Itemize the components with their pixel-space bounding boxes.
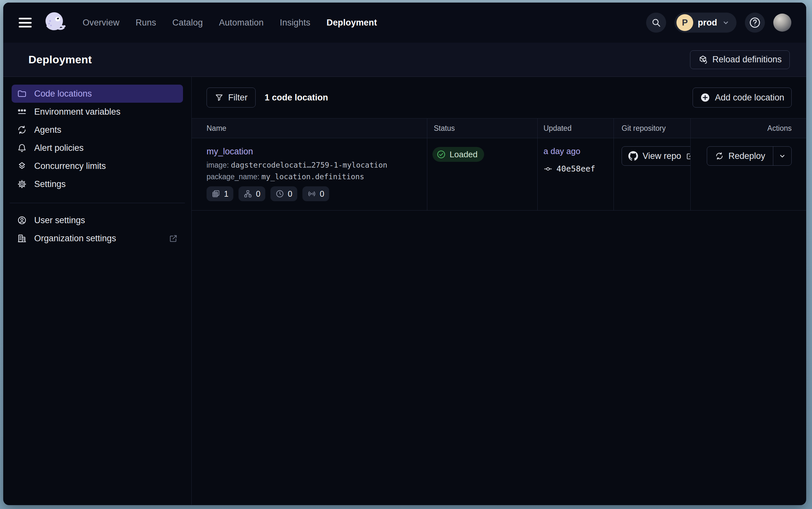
sidebar-item-environment-variables[interactable]: Environment variables [12, 103, 183, 121]
filter-button[interactable]: Filter [207, 88, 256, 107]
deployment-sidebar: Code locations Environment variables [3, 77, 192, 505]
commit-icon [544, 164, 553, 173]
updated-time-link[interactable]: a day ago [544, 146, 580, 156]
chevron-down-icon [722, 19, 730, 27]
search-button[interactable] [646, 12, 666, 33]
user-avatar[interactable] [773, 13, 791, 32]
github-icon [628, 151, 638, 161]
status-cell: Loaded [427, 138, 538, 210]
schedules-icon [275, 189, 284, 198]
table-row: my_location image: dagstercodelocati…275… [192, 138, 806, 211]
assets-icon [211, 189, 220, 198]
table-header-row: Name Status Updated Git repository Actio… [192, 118, 806, 138]
commit-hash: 40e58eef [556, 164, 595, 173]
image-line: image: dagstercodelocati…2759-1-mylocati… [207, 161, 427, 170]
view-repo-button[interactable]: View repo [622, 146, 690, 166]
nav-item-deployment[interactable]: Deployment [327, 18, 377, 28]
app-window: Overview Runs Catalog Automation Insight… [3, 3, 806, 505]
actions-cell: Redeploy [690, 138, 806, 210]
agents-icon [17, 125, 27, 135]
commit-line: 40e58eef [544, 164, 614, 173]
nav-item-runs[interactable]: Runs [136, 18, 156, 28]
deployment-initial-badge: P [676, 14, 693, 31]
help-button[interactable] [745, 12, 765, 33]
bell-icon [17, 143, 27, 153]
column-header-updated: Updated [538, 118, 614, 138]
hamburger-menu-icon[interactable] [19, 18, 32, 28]
package-line: package_name: my_location.definitions [207, 172, 427, 181]
image-label: image: [207, 161, 229, 169]
dagster-logo-icon[interactable] [43, 10, 67, 35]
check-circle-icon [436, 149, 446, 159]
redeploy-button[interactable]: Redeploy [707, 147, 773, 165]
nav-item-automation[interactable]: Automation [219, 18, 264, 28]
sidebar-item-label: Organization settings [34, 234, 116, 243]
column-header-status: Status [427, 118, 538, 138]
definition-count-chips: 1 0 0 [207, 186, 427, 201]
view-repo-label: View repo [642, 151, 681, 161]
external-link-icon [169, 234, 178, 243]
sidebar-divider [10, 203, 185, 203]
add-code-location-label: Add code location [715, 93, 784, 103]
sidebar-item-code-locations[interactable]: Code locations [12, 84, 183, 103]
folder-icon [17, 89, 27, 99]
sidebar-item-agents[interactable]: Agents [12, 121, 183, 139]
sidebar-item-settings[interactable]: Settings [12, 175, 183, 193]
nav-item-catalog[interactable]: Catalog [172, 18, 203, 28]
page-header: Deployment Reload definitions [3, 43, 806, 77]
code-locations-main: Filter 1 code location Add code location… [192, 77, 806, 505]
sidebar-item-label: Concurrency limits [34, 161, 106, 171]
package-value: my_location.definitions [261, 172, 364, 181]
updated-cell: a day ago 40e58eef [538, 138, 614, 210]
deployment-switcher[interactable]: P prod [674, 12, 736, 33]
sidebar-item-organization-settings[interactable]: Organization settings [12, 229, 183, 247]
sidebar-item-label: Code locations [34, 89, 92, 99]
sidebar-item-label: Environment variables [34, 107, 120, 117]
package-label: package_name: [207, 172, 259, 181]
sidebar-item-alert-policies[interactable]: Alert policies [12, 139, 183, 157]
sidebar-item-label: Settings [34, 179, 66, 189]
sensors-count-chip: 0 [302, 186, 329, 201]
code-location-count: 1 code location [265, 93, 328, 103]
schedules-count: 0 [288, 189, 292, 199]
sidebar-item-label: User settings [34, 215, 85, 226]
column-header-git-repository: Git repository [614, 118, 690, 138]
question-mark-icon [748, 16, 761, 29]
code-location-link[interactable]: my_location [207, 147, 253, 157]
top-nav: Overview Runs Catalog Automation Insight… [3, 3, 806, 43]
reload-definitions-button[interactable]: Reload definitions [690, 50, 790, 69]
nav-item-overview[interactable]: Overview [83, 18, 119, 28]
assets-count-chip: 1 [207, 186, 233, 201]
reload-definitions-label: Reload definitions [712, 55, 782, 65]
sidebar-item-label: Agents [34, 125, 61, 135]
add-code-location-button[interactable]: Add code location [693, 88, 792, 107]
column-header-name: Name [192, 118, 427, 138]
code-locations-toolbar: Filter 1 code location Add code location [192, 77, 806, 118]
primary-nav: Overview Runs Catalog Automation Insight… [83, 18, 377, 28]
sidebar-item-user-settings[interactable]: User settings [12, 211, 183, 229]
image-value: dagstercodelocati…2759-1-mylocation [231, 161, 387, 169]
jobs-icon [243, 189, 252, 198]
filter-funnel-icon [215, 93, 224, 102]
nav-right-cluster: P prod [646, 12, 791, 33]
user-icon [17, 215, 27, 226]
jobs-count-chip: 0 [238, 186, 265, 201]
layers-icon [17, 161, 27, 171]
sidebar-item-concurrency-limits[interactable]: Concurrency limits [12, 157, 183, 175]
sensors-icon [307, 189, 316, 198]
schedules-count-chip: 0 [270, 186, 297, 201]
redeploy-dropdown-button[interactable] [773, 147, 791, 165]
redeploy-refresh-icon [715, 151, 724, 161]
nav-item-insights[interactable]: Insights [280, 18, 310, 28]
redeploy-label: Redeploy [729, 151, 765, 161]
status-label: Loaded [450, 149, 478, 160]
filter-label: Filter [228, 93, 248, 103]
status-badge: Loaded [433, 147, 484, 162]
sensors-count: 0 [320, 189, 324, 199]
column-header-actions: Actions [690, 118, 806, 138]
assets-count: 1 [224, 189, 228, 199]
page-title: Deployment [28, 53, 92, 66]
search-icon [651, 18, 661, 28]
env-vars-icon [17, 107, 27, 117]
git-repository-cell: View repo [614, 138, 690, 210]
